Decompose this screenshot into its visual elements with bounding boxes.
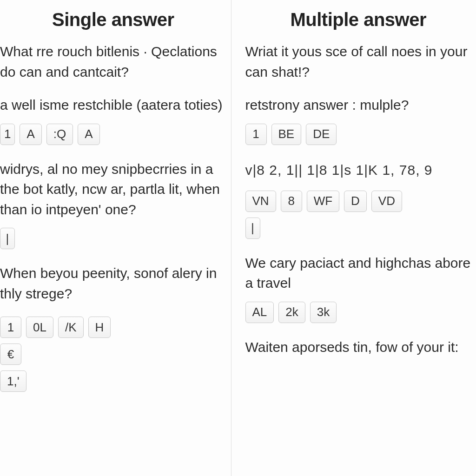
single-title: Single answer (0, 9, 226, 30)
option[interactable]: D (344, 191, 367, 212)
option[interactable]: VN (245, 191, 276, 212)
multiple-q1: Wriat it yous sce of call noes in your c… (245, 41, 472, 82)
multiple-q2: retstrony answer : mulple? (245, 95, 472, 115)
option[interactable]: BE (271, 124, 302, 145)
multiple-q4-options: AL 2k 3k (245, 302, 472, 323)
option[interactable]: 1 (0, 124, 15, 145)
option[interactable]: VD (371, 191, 402, 212)
option[interactable]: WF (307, 191, 339, 212)
option[interactable]: /K (58, 317, 84, 338)
single-q3: widrys, al no mey snipbecrries in a the … (0, 159, 226, 220)
option[interactable]: A (78, 124, 99, 145)
single-q4-options-row2: € (0, 344, 226, 365)
option[interactable]: H (88, 317, 111, 338)
option[interactable]: :Q (46, 124, 73, 145)
single-q1: What rre rouch bitlenis · Qeclations do … (0, 41, 226, 82)
option[interactable]: DE (306, 124, 337, 145)
multiple-q2-options: 1 BE DE (245, 124, 472, 145)
option[interactable]: A (20, 124, 41, 145)
multiple-q4: We cary paciact and highchas abore a tra… (245, 253, 472, 293)
multiple-title: Multiple answer (245, 9, 472, 30)
multiple-q3-options: VN 8 WF D VD (245, 191, 472, 212)
single-q2: a well isme restchible (aatera toties) (0, 95, 226, 115)
option[interactable]: € (0, 344, 21, 365)
single-q4-options-row1: 1 0L /K H (0, 317, 226, 338)
option[interactable]: | (245, 218, 260, 239)
option[interactable]: 1,' (0, 370, 26, 392)
single-q2-options: 1 A :Q A (0, 124, 226, 145)
single-q3-options: | (0, 228, 226, 249)
single-answer-column: Single answer What rre rouch bitlenis · … (0, 0, 231, 476)
option[interactable]: 1 (0, 317, 21, 338)
option[interactable]: 2k (278, 302, 305, 323)
option[interactable]: AL (245, 302, 274, 323)
multiple-codes: v|8 2, 1|| 1|8 1|s 1|K 1, 78, 9 (245, 159, 472, 181)
option[interactable]: 3k (310, 302, 337, 323)
multiple-q3-options-row2: | (245, 218, 472, 239)
single-q4-options-row3: 1,' (0, 370, 226, 392)
single-q4: When beyou peenity, sonof alery in thly … (0, 263, 226, 304)
multiple-answer-column: Multiple answer Wriat it yous sce of cal… (231, 0, 476, 476)
option[interactable]: | (0, 228, 15, 249)
option[interactable]: 1 (245, 124, 267, 145)
option[interactable]: 0L (26, 317, 53, 338)
multiple-q5: Waiten aporseds tin, fow of your it: (245, 337, 472, 357)
option[interactable]: 8 (281, 191, 302, 212)
